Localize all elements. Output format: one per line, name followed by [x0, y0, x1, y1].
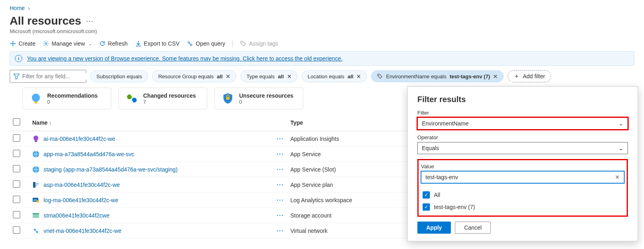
operator-dropdown-value: Equals	[422, 145, 439, 151]
refresh-button[interactable]: Refresh	[99, 40, 128, 47]
query-icon	[187, 40, 193, 47]
page-title: All resources	[10, 15, 81, 27]
card-changed-resources[interactable]: Changed resources7	[119, 88, 207, 109]
assign-tags-button: Assign tags	[240, 40, 278, 47]
row-more-icon[interactable]: ···	[271, 146, 287, 162]
chevron-down-icon: ⌄	[619, 120, 623, 127]
resource-type-icon	[32, 212, 40, 219]
svg-rect-9	[35, 141, 37, 142]
svg-rect-14	[38, 183, 39, 184]
svg-rect-12	[33, 182, 35, 188]
pill-subscription[interactable]: Subscription equals	[90, 70, 148, 82]
value-input[interactable]: test-tags-env ✕	[421, 171, 624, 183]
value-option-all-label: All	[434, 192, 440, 198]
apply-button[interactable]: Apply	[417, 222, 451, 234]
resource-link[interactable]: ai-ma-006e41fe30c44f2c-we	[44, 136, 115, 142]
row-more-icon[interactable]: ···	[271, 223, 287, 239]
resource-link[interactable]: staging (app-ma-a73a8544a45d476a-we-svc/…	[44, 166, 177, 173]
resource-type-icon	[32, 181, 40, 188]
add-filter-label: Add filter	[523, 73, 545, 80]
more-icon[interactable]: ⋯	[86, 17, 93, 25]
row-checkbox[interactable]	[13, 165, 20, 172]
svg-point-20	[37, 200, 39, 203]
pill-rg-value: all	[217, 73, 223, 80]
row-checkbox[interactable]	[13, 196, 20, 203]
row-checkbox[interactable]	[13, 226, 20, 234]
card-chg-title: Changed resources	[143, 92, 196, 99]
pill-rg-prefix: Resource Group equals	[158, 73, 213, 80]
export-csv-button[interactable]: Export to CSV	[135, 40, 180, 47]
create-button[interactable]: Create	[10, 40, 35, 47]
resource-type-icon	[32, 135, 40, 142]
value-option-all[interactable]: ✓ All	[421, 189, 624, 201]
value-field-label: Value	[421, 163, 624, 169]
manage-view-button[interactable]: Manage view ⌄	[43, 40, 92, 47]
card-recommendations[interactable]: Recommendations0	[23, 88, 111, 109]
pill-loc-close-icon[interactable]: ✕	[356, 73, 361, 80]
row-checkbox[interactable]	[13, 211, 20, 218]
info-icon: i	[15, 55, 22, 62]
row-checkbox[interactable]	[13, 150, 20, 157]
clear-icon[interactable]: ✕	[615, 174, 620, 180]
svg-rect-19	[36, 199, 37, 201]
open-query-button[interactable]: Open query	[187, 40, 225, 47]
operator-dropdown[interactable]: Equals ⌄	[417, 142, 628, 154]
resource-type-icon	[32, 197, 40, 204]
manage-view-label: Manage view	[52, 40, 85, 47]
card-unsecure-resources[interactable]: Unsecure resources0	[215, 88, 303, 109]
pill-location[interactable]: Location equals all ✕	[302, 70, 367, 82]
plus-icon: ＋	[514, 73, 519, 80]
svg-point-4	[379, 75, 379, 76]
col-name[interactable]: Name ↑	[29, 114, 271, 131]
select-all-checkbox[interactable]	[13, 118, 20, 126]
svg-rect-22	[33, 214, 39, 218]
row-checkbox[interactable]	[13, 180, 20, 188]
row-more-icon[interactable]: ···	[271, 162, 287, 177]
info-bar-link[interactable]: You are viewing a new version of Browse …	[27, 55, 342, 62]
row-more-icon[interactable]: ···	[271, 208, 287, 223]
pill-resource-group[interactable]: Resource Group equals all ✕	[152, 70, 236, 82]
pill-type-value: all	[278, 73, 283, 80]
export-csv-label: Export to CSV	[144, 40, 180, 47]
svg-point-2	[190, 44, 192, 46]
resource-link[interactable]: asp-ma-006e41fe30c44f2c-we	[44, 182, 120, 188]
filter-dropdown[interactable]: EnvironmentName ⌄	[417, 117, 628, 130]
pill-environment-name[interactable]: EnvironmentName equals test-tags-env (7)…	[371, 70, 504, 82]
breadcrumb-home[interactable]: Home	[10, 5, 25, 11]
row-more-icon[interactable]: ···	[271, 131, 287, 146]
refresh-label: Refresh	[108, 40, 128, 47]
cancel-button[interactable]: Cancel	[455, 222, 491, 234]
value-option-env[interactable]: ✓ test-tags-env (7)	[421, 201, 624, 213]
add-filter-button[interactable]: ＋ Add filter	[508, 70, 551, 82]
pill-type[interactable]: Type equals all ✕	[240, 70, 298, 82]
changed-icon	[125, 92, 138, 105]
pill-type-close-icon[interactable]: ✕	[287, 73, 292, 80]
svg-point-3	[242, 42, 242, 43]
resource-link[interactable]: log-ma-006e41fe30c44f2c-we	[44, 197, 118, 203]
value-option-env-label: test-tags-env (7)	[434, 204, 475, 210]
filter-search-input[interactable]	[22, 73, 93, 80]
command-bar: Create Manage view ⌄ Refresh Export to C…	[0, 34, 644, 51]
pill-subscription-label: Subscription equals	[96, 73, 142, 80]
tag-icon	[377, 73, 383, 79]
row-checkbox[interactable]	[13, 134, 20, 142]
recommendation-icon	[29, 92, 42, 105]
resource-link[interactable]: vnet-ma-006e41fe30c44f2c-we	[44, 228, 121, 234]
card-unsec-value: 0	[239, 99, 294, 105]
filter-search[interactable]	[10, 70, 86, 83]
tenant-subtitle: Microsoft (microsoft.onmicrosoft.com)	[10, 28, 634, 34]
download-icon	[135, 40, 142, 47]
svg-rect-13	[36, 183, 37, 184]
resource-link[interactable]: stma006e41fe30c44f2cwe	[44, 212, 109, 219]
row-more-icon[interactable]: ···	[271, 193, 287, 208]
svg-rect-18	[35, 199, 35, 201]
pill-rg-close-icon[interactable]: ✕	[226, 73, 230, 80]
resource-link[interactable]: app-ma-a73a8544a45d476a-we-svc	[44, 151, 134, 157]
popup-title: Filter results	[417, 95, 628, 104]
chevron-right-icon: ›	[28, 5, 30, 11]
sort-up-icon: ↑	[49, 121, 52, 126]
chevron-down-icon: ⌄	[619, 145, 623, 151]
pill-loc-prefix: Location equals	[308, 73, 344, 80]
row-more-icon[interactable]: ···	[271, 177, 287, 193]
pill-env-close-icon[interactable]: ✕	[493, 73, 498, 80]
